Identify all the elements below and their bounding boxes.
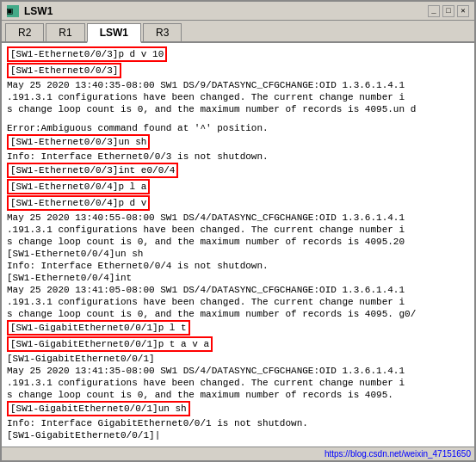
title-bar: ▣ LSW1 _ □ ✕ [2, 2, 474, 21]
status-bar: https://blog.csdn.net/weixin_47151650 [2, 447, 474, 460]
terminal-line: .191.3.1 configurations have been change… [7, 377, 469, 389]
terminal-line: [SW1-Ethernet0/0/4]int [7, 272, 469, 284]
tab-lsw1[interactable]: LSW1 [87, 23, 141, 43]
terminal-line-empty [7, 115, 469, 122]
title-bar-controls: _ □ ✕ [428, 5, 469, 17]
terminal-line: s change loop count is 0, and the maximu… [7, 236, 469, 248]
terminal-line: s change loop count is 0, and the maximu… [7, 389, 469, 401]
terminal-line: [SW1-GigabitEthernet0/0/1]p t a v a [7, 336, 469, 353]
terminal-line: May 25 2020 13:40:55-08:00 SW1 DS/4/DATA… [7, 212, 469, 224]
terminal-line: May 25 2020 13:40:35-08:00 SW1 DS/9/DATA… [7, 79, 469, 91]
highlighted-command: [SW1-Ethernet0/0/3] [7, 63, 121, 78]
highlighted-command: [SW1-GigabitEthernet0/0/1]un sh [7, 401, 190, 416]
minimize-button[interactable]: _ [428, 5, 440, 17]
tab-r1[interactable]: R1 [46, 23, 84, 41]
tab-r3[interactable]: R3 [143, 23, 182, 41]
highlighted-command: [SW1-GigabitEthernet0/0/1]p l t [7, 320, 190, 336]
title-bar-left: ▣ LSW1 [7, 5, 53, 17]
maximize-button[interactable]: □ [442, 5, 454, 17]
terminal-line: May 25 2020 13:41:05-08:00 SW1 DS/4/DATA… [7, 284, 469, 296]
terminal-line: Info: Interface GigabitEthernet0/0/1 is … [7, 417, 469, 429]
terminal-line: Error:Ambiguous command found at '^' pos… [7, 122, 469, 134]
terminal-line: [SW1-GigabitEthernet0/0/1]p l t [7, 320, 469, 336]
terminal-line: [SW1-Ethernet0/0/3]int e0/0/4 [7, 163, 469, 179]
terminal-line: Info: Interface Ethernet0/0/4 is not shu… [7, 260, 469, 272]
terminal-line: s change loop count is 0, and the maximu… [7, 308, 469, 320]
window-title: LSW1 [24, 5, 53, 17]
highlighted-command: [SW1-GigabitEthernet0/0/1]p t a v a [7, 336, 213, 352]
highlighted-command: [SW1-Ethernet0/0/3]un sh [7, 134, 150, 150]
terminal-line: [SW1-Ethernet0/0/3]un sh [7, 134, 469, 151]
window-frame: ▣ LSW1 _ □ ✕ R2 R1 LSW1 R3 [SW1-Ethernet… [0, 0, 476, 462]
terminal-line: [SW1-Ethernet0/0/3]p d v 10 [7, 46, 469, 63]
highlighted-command: [SW1-Ethernet0/0/4]p l a [7, 179, 150, 194]
highlighted-command: [SW1-Ethernet0/0/4]p d v [7, 195, 150, 211]
terminal-line: .191.3.1 configurations have been change… [7, 224, 469, 236]
terminal-line: .191.3.1 configurations have been change… [7, 296, 469, 308]
terminal-line: [SW1-GigabitEthernet0/0/1]| [7, 429, 469, 441]
terminal-line: [SW1-Ethernet0/0/4]p l a [7, 179, 469, 195]
terminal-line: Info: Interface Ethernet0/0/3 is not shu… [7, 151, 469, 163]
highlighted-command: [SW1-Ethernet0/0/3]int e0/0/4 [7, 163, 178, 178]
terminal-line: [SW1-Ethernet0/0/4]un sh [7, 248, 469, 260]
terminal-line: [SW1-Ethernet0/0/3] [7, 63, 469, 79]
highlighted-command: [SW1-Ethernet0/0/3]p d v 10 [7, 46, 167, 62]
terminal-line: May 25 2020 13:41:35-08:00 SW1 DS/4/DATA… [7, 365, 469, 377]
terminal-line: s change loop count is 0, and the maximu… [7, 103, 469, 115]
terminal-area[interactable]: [SW1-Ethernet0/0/3]p d v 10[SW1-Ethernet… [2, 43, 474, 447]
tab-r2[interactable]: R2 [5, 23, 44, 41]
terminal-content: [SW1-Ethernet0/0/3]p d v 10[SW1-Ethernet… [7, 46, 469, 441]
tabs-bar: R2 R1 LSW1 R3 [2, 21, 474, 43]
terminal-line: [SW1-GigabitEthernet0/0/1] [7, 353, 469, 365]
window-icon: ▣ [7, 5, 19, 17]
url-display: https://blog.csdn.net/weixin_47151650 [325, 449, 471, 459]
terminal-line: [SW1-GigabitEthernet0/0/1]un sh [7, 401, 469, 417]
close-button[interactable]: ✕ [457, 5, 469, 17]
terminal-line: .191.3.1 configurations have been change… [7, 91, 469, 103]
terminal-line: [SW1-Ethernet0/0/4]p d v [7, 195, 469, 212]
